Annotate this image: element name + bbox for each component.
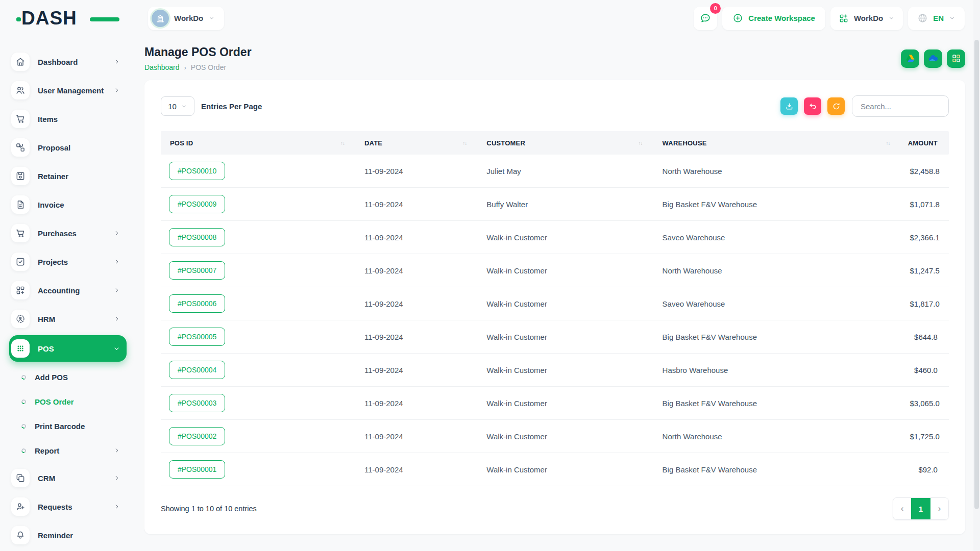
scrollbar-thumb[interactable]	[974, 40, 979, 509]
column-header-date[interactable]: DATE↑↓	[358, 139, 480, 147]
pos-id-link[interactable]: #POS00004	[169, 361, 225, 379]
undo-button[interactable]	[804, 97, 821, 115]
sidebar-item-pos[interactable]: POS	[9, 335, 127, 362]
onedrive-button[interactable]	[924, 49, 942, 68]
chevron-right-icon	[113, 503, 120, 510]
warehouse-cell: Big Basket F&V Warehouse	[656, 200, 903, 209]
app-logo[interactable]: DASH	[21, 8, 103, 29]
warehouse-cell: North Warehouse	[656, 266, 903, 275]
chevron-right-icon	[113, 447, 120, 454]
sort-icon[interactable]: ↑↓	[340, 140, 345, 146]
language-selector[interactable]: EN	[908, 7, 965, 30]
column-header-pos-id[interactable]: POS ID↑↓	[161, 139, 358, 147]
messages-badge: 0	[710, 3, 721, 14]
date-cell: 11-09-2024	[358, 299, 480, 308]
sidebar-subitem-add-pos[interactable]: Add POS	[11, 366, 124, 388]
sidebar-item-items[interactable]: Items	[11, 107, 124, 131]
amount-cell: $1,817.0	[903, 299, 949, 308]
table-header-row: POS ID↑↓DATE↑↓CUSTOMER↑↓WAREHOUSE↑↓AMOUN…	[161, 131, 949, 155]
pos-id-link[interactable]: #POS00003	[169, 394, 225, 412]
sort-icon[interactable]: ↑↓	[462, 140, 467, 146]
sidebar-item-label: HRM	[38, 315, 113, 323]
pos-id-link[interactable]: #POS00001	[169, 460, 225, 479]
customer-cell: Walk-in Customer	[480, 432, 655, 441]
column-header-amount: AMOUNT	[903, 139, 949, 147]
logo-text: DASH	[21, 8, 77, 29]
export-button[interactable]	[780, 97, 798, 115]
breadcrumb: Dashboard › POS Order	[144, 63, 252, 71]
pos-id-link[interactable]: #POS00008	[169, 228, 225, 246]
column-header-warehouse[interactable]: WAREHOUSE↑↓	[656, 139, 903, 147]
chevron-right-icon	[113, 87, 120, 94]
sidebar-item-reminder[interactable]: Reminder	[11, 523, 124, 547]
sort-icon[interactable]: ↑↓	[886, 140, 890, 146]
chevron-down-icon	[949, 15, 955, 21]
pos-id-link[interactable]: #POS00006	[169, 294, 225, 313]
workspace-selector[interactable]: WorkDo	[148, 7, 224, 30]
google-drive-button[interactable]	[901, 49, 919, 68]
pos-id-link[interactable]: #POS00009	[169, 195, 225, 213]
customer-cell: Walk-in Customer	[480, 266, 655, 275]
messages-button[interactable]: 0	[694, 7, 717, 30]
pagination-next-button[interactable]: ›	[930, 498, 948, 519]
column-header-label: WAREHOUSE	[663, 139, 707, 147]
pos-id-cell: #POS00010	[161, 162, 358, 180]
sidebar-subitem-label: Add POS	[35, 373, 124, 382]
table-row: #POS0000811-09-2024Walk-in CustomerSaveo…	[161, 221, 949, 254]
search-input[interactable]	[852, 95, 949, 117]
table-controls: 10 Entries Per Page	[161, 95, 949, 117]
sort-icon[interactable]: ↑↓	[639, 140, 643, 146]
sidebar-subitem-print-barcode[interactable]: Print Barcode	[11, 415, 124, 437]
sidebar-item-user-management[interactable]: User Management	[11, 78, 124, 103]
refresh-button[interactable]	[827, 97, 845, 115]
chevron-right-icon	[113, 287, 120, 294]
sidebar-item-label: Items	[38, 115, 124, 123]
workdo-menu-button[interactable]: WorkDo	[830, 7, 903, 30]
sidebar-item-projects[interactable]: Projects	[11, 249, 124, 274]
sidebar-subitem-report[interactable]: Report	[11, 439, 124, 462]
entries-per-page-select[interactable]: 10	[161, 96, 194, 116]
sidebar-item-label: Dashboard	[38, 58, 113, 66]
table-row: #POS0000311-09-2024Walk-in CustomerBig B…	[161, 387, 949, 420]
sidebar-item-invoice[interactable]: Invoice	[11, 192, 124, 217]
table-row: #POS0000211-09-2024Walk-in CustomerNorth…	[161, 420, 949, 453]
hrm-icon	[11, 310, 30, 328]
column-header-customer[interactable]: CUSTOMER↑↓	[480, 139, 655, 147]
breadcrumb-home-link[interactable]: Dashboard	[144, 63, 180, 71]
pos-id-link[interactable]: #POS00002	[169, 427, 225, 445]
sidebar-item-label: Projects	[38, 258, 113, 266]
apps-grid-button[interactable]	[947, 49, 965, 68]
sidebar-item-retainer[interactable]: Retainer	[11, 164, 124, 188]
amount-cell: $92.0	[903, 465, 949, 474]
sidebar-item-requests[interactable]: Requests	[11, 494, 124, 519]
sidebar-item-hrm[interactable]: HRM	[11, 307, 124, 331]
proposal-icon	[11, 138, 30, 157]
sidebar-item-dashboard[interactable]: Dashboard	[11, 49, 124, 74]
sidebar-item-label: Requests	[38, 503, 113, 511]
check-square-icon	[11, 253, 30, 271]
chat-icon	[699, 12, 712, 24]
pos-id-cell: #POS00004	[161, 361, 358, 379]
bullet-icon	[21, 447, 27, 454]
amount-cell: $1,071.8	[903, 200, 949, 209]
crm-icon	[11, 469, 30, 487]
pos-id-link[interactable]: #POS00007	[169, 261, 225, 280]
date-cell: 11-09-2024	[358, 432, 480, 441]
pagination-prev-button[interactable]: ‹	[893, 498, 911, 519]
scrollbar-track[interactable]	[973, 0, 980, 551]
sidebar-item-label: Purchases	[38, 229, 113, 238]
pos-id-link[interactable]: #POS00010	[169, 162, 225, 180]
sidebar-item-purchases[interactable]: Purchases	[11, 221, 124, 245]
sidebar-subitem-pos-order[interactable]: POS Order	[11, 390, 124, 413]
sidebar-item-accounting[interactable]: Accounting	[11, 278, 124, 303]
pos-id-link[interactable]: #POS00005	[169, 328, 225, 346]
pos-id-cell: #POS00008	[161, 228, 358, 246]
sidebar-item-crm[interactable]: CRM	[11, 466, 124, 490]
pagination-page-1[interactable]: 1	[911, 498, 930, 519]
users-icon	[11, 81, 30, 99]
topbar-actions: 0 Create Workspace WorkDo EN	[694, 7, 965, 30]
column-header-label: POS ID	[170, 139, 193, 147]
pos-id-cell: #POS00005	[161, 328, 358, 346]
create-workspace-button[interactable]: Create Workspace	[722, 7, 825, 30]
sidebar-item-proposal[interactable]: Proposal	[11, 135, 124, 160]
